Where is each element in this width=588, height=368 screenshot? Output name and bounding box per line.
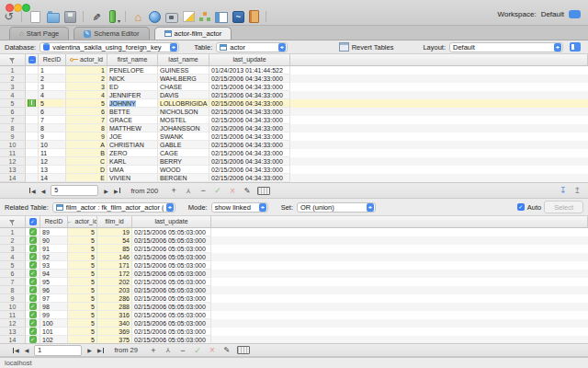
table-row[interactable]: 12100534002/15/2006 05:05:03:000 bbox=[0, 319, 588, 328]
table-cell-actor_id[interactable]: 5 bbox=[68, 294, 97, 303]
table-cell-RecID[interactable]: 13 bbox=[39, 166, 66, 174]
row-number[interactable]: 13 bbox=[0, 166, 26, 174]
delete-record-button[interactable]: − bbox=[178, 346, 187, 355]
table-row[interactable]: 1010ACHRISTIANGABLE02/15/2006 04:34:33:0… bbox=[0, 141, 588, 149]
column-header-RecID[interactable]: RecID bbox=[40, 216, 68, 228]
workspace-value[interactable]: Default bbox=[541, 10, 564, 18]
table-cell-actor_id[interactable]: 8 bbox=[66, 124, 107, 132]
table-cell-last_update[interactable]: 02/15/2006 04:34:33:000 bbox=[209, 149, 290, 157]
filter-header-cell[interactable] bbox=[0, 216, 26, 228]
table-cell-film_id[interactable]: 340 bbox=[97, 319, 132, 328]
row-state-cell[interactable] bbox=[26, 228, 40, 236]
column-header-last_name[interactable]: last_name bbox=[158, 54, 209, 66]
table-row[interactable]: 593517102/15/2006 05:05:03:000 bbox=[0, 261, 588, 270]
record-position-input[interactable]: 5 bbox=[51, 185, 98, 196]
linked-record-checkbox[interactable] bbox=[29, 270, 37, 277]
row-number[interactable]: 9 bbox=[0, 132, 26, 141]
table-cell-last_update[interactable]: 02/15/2006 05:05:03:000 bbox=[132, 294, 211, 303]
add-related-record-button[interactable]: Y bbox=[164, 347, 173, 353]
table-row[interactable]: 1098528802/15/2006 05:05:03:000 bbox=[0, 303, 588, 311]
table-cell-last_name[interactable]: SWANK bbox=[158, 132, 209, 141]
table-cell-last_update[interactable]: 02/15/2006 05:05:03:000 bbox=[132, 278, 211, 286]
table-cell-last_update[interactable]: 02/15/2006 05:05:03:000 bbox=[132, 270, 211, 278]
accept-changes-button[interactable]: ✓ bbox=[193, 346, 202, 355]
row-number[interactable]: 3 bbox=[0, 245, 26, 253]
table-cell-first_name[interactable]: KARL bbox=[107, 157, 158, 166]
row-state-cell[interactable] bbox=[26, 236, 40, 245]
table-row[interactable]: 555JOHNNYLOLLOBRIGIDA02/15/2006 04:34:33… bbox=[0, 99, 588, 108]
table-cell-last_name[interactable]: CHASE bbox=[158, 83, 209, 91]
table-cell-first_name[interactable]: VIVIEN bbox=[107, 174, 158, 182]
report-icon[interactable] bbox=[249, 10, 259, 23]
table-cell-actor_id[interactable]: 5 bbox=[68, 303, 97, 311]
table-cell-RecID[interactable]: 5 bbox=[39, 99, 66, 108]
table-cell-RecID[interactable]: 93 bbox=[40, 261, 68, 270]
row-state-cell[interactable] bbox=[26, 294, 40, 303]
row-number[interactable]: 8 bbox=[0, 124, 26, 132]
row-number[interactable]: 12 bbox=[0, 319, 26, 328]
row-number[interactable]: 6 bbox=[0, 270, 26, 278]
new-file-icon[interactable] bbox=[30, 11, 40, 23]
table-cell-actor_id[interactable]: 5 bbox=[68, 319, 97, 328]
table-cell-actor_id[interactable]: 3 bbox=[66, 83, 107, 91]
table-cell-RecID[interactable]: 11 bbox=[39, 149, 66, 157]
linked-record-checkbox[interactable] bbox=[29, 303, 37, 310]
row-number[interactable]: 11 bbox=[0, 311, 26, 319]
select-button[interactable]: Select bbox=[544, 201, 583, 213]
table-cell-RecID[interactable]: 98 bbox=[40, 303, 68, 311]
table-cell-film_id[interactable]: 85 bbox=[97, 245, 132, 253]
mode-select[interactable]: show linked bbox=[211, 202, 268, 213]
table-cell-film_id[interactable]: 171 bbox=[97, 261, 132, 270]
edit-record-button[interactable]: ✎ bbox=[243, 187, 252, 195]
table-cell-first_name[interactable]: NICK bbox=[107, 75, 158, 83]
table-cell-last_update[interactable]: 02/15/2006 04:34:33:000 bbox=[209, 166, 290, 174]
server-icon[interactable] bbox=[109, 10, 116, 23]
table-cell-actor_id[interactable]: 5 bbox=[68, 278, 97, 286]
table-cell-first_name[interactable]: UMA bbox=[107, 166, 158, 174]
table-cell-actor_id[interactable]: 2 bbox=[66, 75, 107, 83]
delete-record-button[interactable]: − bbox=[198, 186, 208, 195]
table-row[interactable]: 1313DUMAWOOD02/15/2006 04:34:33:000 bbox=[0, 166, 588, 174]
table-cell-RecID[interactable]: 92 bbox=[40, 253, 68, 261]
table-cell-RecID[interactable]: 10 bbox=[39, 141, 66, 149]
table-cell-last_name[interactable]: LOLLOBRIGIDA bbox=[158, 99, 209, 108]
discard-changes-button[interactable]: × bbox=[208, 345, 217, 355]
row-number[interactable]: 10 bbox=[0, 303, 26, 311]
row-state-cell[interactable] bbox=[26, 261, 40, 270]
select-all-header-cell[interactable] bbox=[26, 54, 39, 66]
table-cell-RecID[interactable]: 7 bbox=[39, 116, 66, 124]
table-cell-RecID[interactable]: 12 bbox=[39, 157, 66, 166]
database-browser-icon[interactable] bbox=[149, 11, 161, 23]
pen-icon[interactable] bbox=[90, 11, 102, 23]
table-cell-RecID[interactable]: 100 bbox=[40, 319, 68, 328]
table-cell-RecID[interactable]: 101 bbox=[40, 328, 68, 336]
table-cell-first_name[interactable]: JOHNNY bbox=[107, 99, 158, 108]
table-cell-last_name[interactable]: CAGE bbox=[158, 149, 209, 157]
table-row[interactable]: 111PENELOPEGUINESS01/24/2013 01:41:44:52… bbox=[0, 66, 588, 75]
table-cell-RecID[interactable]: 95 bbox=[40, 278, 68, 286]
table-cell-actor_id[interactable]: 5 bbox=[66, 99, 107, 108]
first-record-button[interactable] bbox=[29, 187, 36, 195]
table-cell-film_id[interactable]: 202 bbox=[97, 278, 132, 286]
table-cell-RecID[interactable]: 90 bbox=[40, 236, 68, 245]
table-select[interactable]: actor bbox=[216, 42, 288, 52]
row-number[interactable]: 12 bbox=[0, 157, 26, 166]
table-cell-last_name[interactable]: WOOD bbox=[158, 166, 209, 174]
table-cell-actor_id[interactable]: 5 bbox=[68, 261, 97, 270]
linked-record-checkbox[interactable] bbox=[29, 278, 37, 285]
table-cell-RecID[interactable]: 9 bbox=[39, 132, 66, 141]
table-cell-first_name[interactable]: JENNIFER bbox=[107, 91, 158, 99]
layout-select[interactable]: Default bbox=[449, 42, 563, 52]
table-cell-last_update[interactable]: 02/15/2006 04:34:33:000 bbox=[209, 83, 290, 91]
table-cell-last_update[interactable]: 02/15/2006 04:34:33:000 bbox=[209, 141, 290, 149]
previous-record-button[interactable] bbox=[41, 187, 46, 195]
table-cell-actor_id[interactable]: E bbox=[66, 174, 107, 182]
last-record-button[interactable] bbox=[97, 346, 104, 354]
table-cell-last_update[interactable]: 02/15/2006 04:34:33:000 bbox=[209, 91, 290, 99]
column-header-RecID[interactable]: RecID bbox=[39, 54, 66, 66]
table-row[interactable]: 999JOESWANK02/15/2006 04:34:33:000 bbox=[0, 132, 588, 141]
row-state-cell[interactable] bbox=[26, 124, 39, 132]
diagram-icon[interactable] bbox=[199, 11, 210, 22]
next-record-button[interactable] bbox=[87, 346, 92, 354]
table-row[interactable]: 694517202/15/2006 05:05:03:000 bbox=[0, 270, 588, 278]
